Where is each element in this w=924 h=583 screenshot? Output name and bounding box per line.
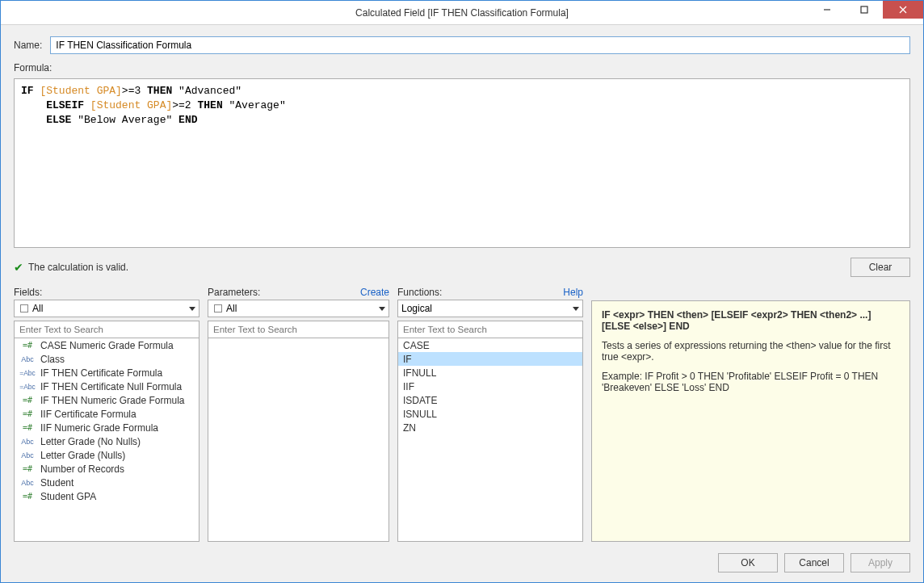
- formula-editor[interactable]: IF [Student GPA]>=3 THEN "Advanced" ELSE…: [14, 78, 910, 248]
- list-item[interactable]: ISDATE: [398, 393, 582, 407]
- list-item-label: Number of Records: [40, 463, 124, 475]
- close-button[interactable]: [883, 1, 923, 19]
- titlebar: Calculated Field [IF THEN Classification…: [1, 1, 923, 25]
- maximize-button[interactable]: [846, 1, 883, 19]
- chevron-down-icon: [379, 303, 385, 314]
- field-type-icon: =Abc: [19, 383, 36, 391]
- help-box: IF <expr> THEN <then> [ELSEIF <expr2> TH…: [591, 300, 910, 542]
- maximize-icon: [860, 6, 868, 14]
- list-item-label: CASE Numeric Grade Formula: [40, 340, 174, 351]
- list-item[interactable]: AbcStudent: [15, 476, 199, 489]
- list-item[interactable]: CASE: [398, 338, 582, 352]
- formula-label: Formula:: [14, 62, 910, 73]
- square-icon: [212, 304, 225, 312]
- list-item[interactable]: =#Number of Records: [15, 462, 199, 476]
- list-item[interactable]: =#CASE Numeric Grade Formula: [15, 338, 199, 352]
- list-item-label: IIF Numeric Grade Formula: [40, 422, 158, 434]
- list-item[interactable]: =AbcIF THEN Certificate Formula: [15, 366, 199, 380]
- square-icon: [18, 304, 31, 312]
- dialog-window: Calculated Field [IF THEN Classification…: [0, 0, 924, 583]
- list-item-label: IF: [403, 354, 412, 365]
- parameters-panel: Parameters: Create All: [208, 287, 389, 542]
- list-item-label: IF THEN Certificate Formula: [40, 367, 162, 379]
- list-item[interactable]: AbcLetter Grade (No Nulls): [15, 434, 199, 448]
- help-description: Tests a series of expressions returning …: [602, 340, 900, 363]
- field-type-icon: Abc: [19, 451, 36, 459]
- list-item[interactable]: IF: [398, 352, 582, 366]
- field-type-icon: =#: [19, 492, 36, 501]
- field-type-icon: =#: [19, 396, 36, 405]
- functions-list[interactable]: CASEIFIFNULLIIFISDATEISNULLZN: [397, 338, 583, 542]
- dialog-footer: OK Cancel Apply: [14, 553, 910, 573]
- close-icon: [899, 6, 907, 14]
- field-type-icon: =#: [19, 464, 36, 473]
- parameters-search-input[interactable]: [208, 321, 389, 338]
- list-item-label: ISNULL: [403, 409, 437, 420]
- panels-row: Fields: All =#CASE Numeric Grade Formula…: [14, 287, 910, 542]
- field-type-icon: Abc: [19, 438, 36, 446]
- clear-button[interactable]: Clear: [850, 258, 910, 277]
- parameters-list[interactable]: [208, 338, 389, 542]
- functions-dropdown[interactable]: Logical: [397, 300, 583, 317]
- cancel-button[interactable]: Cancel: [784, 553, 844, 573]
- functions-label: Functions:: [397, 287, 442, 298]
- fields-list[interactable]: =#CASE Numeric Grade FormulaAbcClass=Abc…: [14, 338, 200, 542]
- list-item[interactable]: =#IF THEN Numeric Grade Formula: [15, 393, 199, 407]
- help-spacer: [591, 287, 910, 300]
- list-item-label: IIF Certificate Formula: [40, 409, 136, 420]
- functions-search-input[interactable]: [397, 321, 583, 338]
- list-item[interactable]: ISNULL: [398, 407, 582, 421]
- apply-button[interactable]: Apply: [850, 553, 910, 573]
- list-item[interactable]: IFNULL: [398, 366, 582, 380]
- list-item[interactable]: =#Student GPA: [15, 489, 199, 503]
- list-item-label: Student: [40, 477, 74, 489]
- checkmark-icon: ✔: [14, 261, 23, 274]
- parameters-label: Parameters:: [208, 287, 260, 298]
- field-type-icon: Abc: [19, 479, 36, 487]
- field-type-icon: =#: [19, 423, 36, 432]
- minimize-button[interactable]: [808, 1, 846, 19]
- create-link[interactable]: Create: [360, 287, 389, 298]
- list-item-label: CASE: [403, 340, 430, 351]
- help-panel: IF <expr> THEN <then> [ELSEIF <expr2> TH…: [591, 287, 910, 542]
- dialog-content: Name: Formula: IF [Student GPA]>=3 THEN …: [1, 25, 923, 582]
- list-item[interactable]: AbcLetter Grade (Nulls): [15, 448, 199, 462]
- fields-label: Fields:: [14, 287, 42, 298]
- field-type-icon: =#: [19, 341, 36, 350]
- minimize-icon: [823, 6, 831, 14]
- status-message: ✔ The calculation is valid.: [14, 261, 128, 274]
- parameters-dropdown-value: All: [226, 303, 237, 314]
- list-item[interactable]: =#IIF Numeric Grade Formula: [15, 421, 199, 434]
- ok-button[interactable]: OK: [718, 553, 778, 573]
- fields-dropdown[interactable]: All: [14, 300, 200, 317]
- list-item-label: IF THEN Certificate Null Formula: [40, 381, 182, 392]
- field-type-icon: =Abc: [19, 369, 36, 377]
- list-item[interactable]: IIF: [398, 380, 582, 393]
- help-example: Example: IF Profit > 0 THEN 'Profitable'…: [602, 371, 900, 393]
- functions-header: Functions: Help: [397, 287, 583, 298]
- parameters-header: Parameters: Create: [208, 287, 389, 298]
- name-input[interactable]: [50, 36, 910, 54]
- list-item-label: ISDATE: [403, 395, 437, 406]
- fields-header: Fields:: [14, 287, 200, 298]
- list-item[interactable]: ZN: [398, 421, 582, 434]
- list-item-label: ZN: [403, 422, 416, 434]
- parameters-dropdown[interactable]: All: [208, 300, 389, 317]
- status-row: ✔ The calculation is valid. Clear: [14, 258, 910, 277]
- fields-search-input[interactable]: [14, 321, 200, 338]
- field-type-icon: =#: [19, 409, 36, 418]
- svg-rect-1: [861, 6, 867, 13]
- functions-panel: Functions: Help Logical CASEIFIFNULLIIFI…: [397, 287, 583, 542]
- help-link[interactable]: Help: [563, 287, 583, 298]
- list-item[interactable]: AbcClass: [15, 352, 199, 366]
- fields-dropdown-value: All: [32, 303, 43, 314]
- list-item[interactable]: =AbcIF THEN Certificate Null Formula: [15, 380, 199, 393]
- chevron-down-icon: [573, 303, 579, 314]
- help-syntax: IF <expr> THEN <then> [ELSEIF <expr2> TH…: [602, 309, 900, 332]
- list-item-label: IIF: [403, 381, 414, 392]
- list-item-label: Student GPA: [40, 491, 96, 502]
- fields-panel: Fields: All =#CASE Numeric Grade Formula…: [14, 287, 200, 542]
- window-controls: [808, 1, 923, 19]
- list-item-label: Letter Grade (Nulls): [40, 450, 125, 461]
- list-item[interactable]: =#IIF Certificate Formula: [15, 407, 199, 421]
